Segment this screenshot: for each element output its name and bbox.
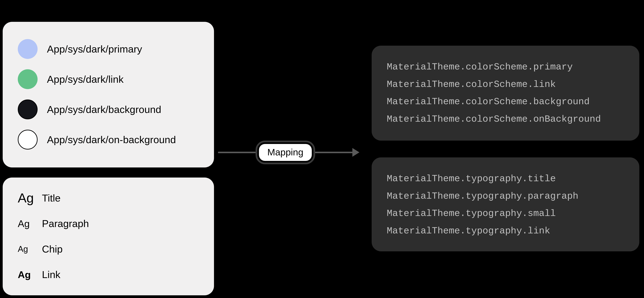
color-token-row: App/sys/dark/link [18,64,199,94]
code-line: MaterialTheme.typography.link [387,222,624,240]
typo-token-label: Chip [42,243,62,255]
design-tokens-colors-card: App/sys/dark/primary App/sys/dark/link A… [3,22,214,167]
code-line: MaterialTheme.colorScheme.onBackground [387,111,624,128]
color-token-row: App/sys/dark/primary [18,34,199,64]
color-swatch-on-background [18,130,38,150]
mapping-pill-label: Mapping [259,144,312,161]
typo-token-label: Title [42,192,60,204]
code-line: MaterialTheme.typography.small [387,205,624,222]
color-token-label: App/sys/dark/background [47,104,161,115]
typo-token-row: Ag Paragraph [18,211,199,236]
code-line: MaterialTheme.colorScheme.primary [387,58,624,76]
code-colorscheme-card: MaterialTheme.colorScheme.primary Materi… [372,46,639,141]
color-token-label: App/sys/dark/link [47,74,124,85]
code-typography-card: MaterialTheme.typography.title MaterialT… [372,157,639,251]
color-token-label: App/sys/dark/on-background [47,134,176,145]
code-line: MaterialTheme.colorScheme.link [387,76,624,93]
connector-line-right [315,152,353,153]
color-swatch-background [18,100,38,119]
typo-token-label: Link [42,269,60,280]
typo-token-row: Ag Title [18,185,199,211]
connector-line-left [218,152,256,153]
color-token-row: App/sys/dark/on-background [18,125,199,155]
code-line: MaterialTheme.colorScheme.background [387,93,624,111]
arrowhead-icon [352,148,360,157]
typo-token-row: Ag Link [18,262,199,287]
mapping-connector: Mapping [218,137,364,167]
code-line: MaterialTheme.typography.title [387,170,624,188]
mapping-pill: Mapping [256,141,315,164]
typo-sample-link: Ag [18,269,34,280]
design-tokens-typography-card: Ag Title Ag Paragraph Ag Chip Ag Link [3,178,214,295]
color-token-label: App/sys/dark/primary [47,43,142,55]
typo-token-label: Paragraph [42,218,89,229]
typo-sample-title: Ag [18,190,34,206]
code-line: MaterialTheme.typography.paragraph [387,188,624,205]
color-token-row: App/sys/dark/background [18,94,199,125]
typo-sample-chip: Ag [18,244,34,254]
color-swatch-link [18,69,38,89]
typo-token-row: Ag Chip [18,236,199,262]
typo-sample-paragraph: Ag [18,218,34,229]
color-swatch-primary [18,39,38,59]
